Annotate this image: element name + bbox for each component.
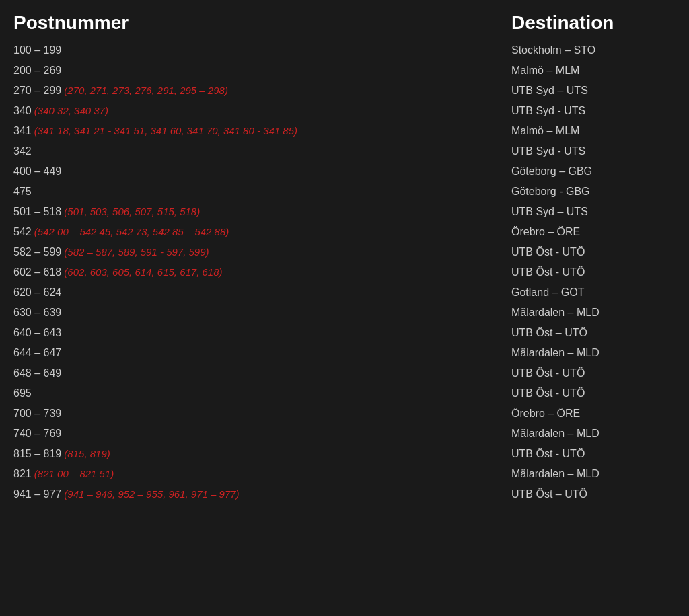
postnummer-value: 700 – 739 xyxy=(13,408,61,419)
table-row: 821 (821 00 – 821 51)Mälardalen – MLD xyxy=(13,464,676,484)
postnummer-cell: 644 – 647 xyxy=(13,347,511,359)
table-row: 342UTB Syd - UTS xyxy=(13,141,676,161)
destination-header: Destination xyxy=(511,12,676,34)
table-row: 620 – 624Gotland – GOT xyxy=(13,282,676,303)
destination-cell: Mälardalen – MLD xyxy=(511,307,676,319)
main-table: Postnummer Destination 100 – 199Stockhol… xyxy=(13,7,676,504)
postnummer-value: 501 – 518 xyxy=(13,206,61,217)
postnummer-note: (501, 503, 506, 507, 515, 518) xyxy=(61,206,200,217)
postnummer-value: 815 – 819 xyxy=(13,448,61,459)
postnummer-note: (821 00 – 821 51) xyxy=(32,468,114,479)
table-row: 941 – 977 (941 – 946, 952 – 955, 961, 97… xyxy=(13,484,676,504)
postnummer-note: (341 18, 341 21 - 341 51, 341 60, 341 70… xyxy=(32,125,297,137)
destination-cell: Göteborg - GBG xyxy=(511,186,676,198)
postnummer-cell: 542 (542 00 – 542 45, 542 73, 542 85 – 5… xyxy=(13,226,511,238)
table-row: 400 – 449Göteborg – GBG xyxy=(13,161,676,182)
postnummer-note: (542 00 – 542 45, 542 73, 542 85 – 542 8… xyxy=(32,226,229,237)
destination-cell: Gotland – GOT xyxy=(511,286,676,299)
destination-cell: Örebro – ÖRE xyxy=(511,226,676,238)
destination-cell: UTB Öst - UTÖ xyxy=(511,367,676,379)
postnummer-cell: 200 – 269 xyxy=(13,65,511,77)
table-row: 644 – 647Mälardalen – MLD xyxy=(13,343,676,363)
destination-cell: UTB Öst - UTÖ xyxy=(511,246,676,258)
destination-cell: Göteborg – GBG xyxy=(511,165,676,178)
postnummer-value: 941 – 977 xyxy=(13,488,61,500)
postnummer-header: Postnummer xyxy=(13,12,511,34)
table-row: 200 – 269Malmö – MLM xyxy=(13,61,676,81)
postnummer-value: 341 xyxy=(13,125,32,137)
postnummer-value: 340 xyxy=(13,105,32,116)
table-row: 270 – 299 (270, 271, 273, 276, 291, 295 … xyxy=(13,81,676,101)
table-row: 630 – 639Mälardalen – MLD xyxy=(13,303,676,323)
postnummer-cell: 630 – 639 xyxy=(13,307,511,319)
table-row: 100 – 199Stockholm – STO xyxy=(13,40,676,61)
table-row: 815 – 819 (815, 819)UTB Öst - UTÖ xyxy=(13,444,676,464)
postnummer-cell: 815 – 819 (815, 819) xyxy=(13,448,511,460)
destination-cell: Mälardalen – MLD xyxy=(511,347,676,359)
destination-cell: Malmö – MLM xyxy=(511,65,676,77)
table-row: 542 (542 00 – 542 45, 542 73, 542 85 – 5… xyxy=(13,222,676,242)
postnummer-value: 821 xyxy=(13,468,32,479)
table-row: 695UTB Öst - UTÖ xyxy=(13,383,676,403)
postnummer-cell: 941 – 977 (941 – 946, 952 – 955, 961, 97… xyxy=(13,488,511,500)
table-row: 475Göteborg - GBG xyxy=(13,182,676,202)
table-row: 740 – 769Mälardalen – MLD xyxy=(13,424,676,444)
postnummer-cell: 695 xyxy=(13,387,511,399)
postnummer-cell: 620 – 624 xyxy=(13,286,511,299)
postnummer-cell: 740 – 769 xyxy=(13,428,511,440)
postnummer-value: 475 xyxy=(13,186,32,197)
table-row: 341 (341 18, 341 21 - 341 51, 341 60, 34… xyxy=(13,121,676,141)
postnummer-cell: 100 – 199 xyxy=(13,44,511,56)
postnummer-cell: 400 – 449 xyxy=(13,165,511,178)
postnummer-note: (602, 603, 605, 614, 615, 617, 618) xyxy=(61,266,222,278)
postnummer-value: 100 – 199 xyxy=(13,44,61,56)
postnummer-cell: 340 (340 32, 340 37) xyxy=(13,105,511,117)
table-row: 501 – 518 (501, 503, 506, 507, 515, 518)… xyxy=(13,202,676,222)
postnummer-value: 644 – 647 xyxy=(13,347,61,358)
postnummer-value: 648 – 649 xyxy=(13,367,61,379)
table-row: 700 – 739Örebro – ÖRE xyxy=(13,403,676,424)
postnummer-value: 695 xyxy=(13,387,32,399)
destination-cell: Örebro – ÖRE xyxy=(511,408,676,420)
table-row: 582 – 599 (582 – 587, 589, 591 - 597, 59… xyxy=(13,242,676,262)
postnummer-cell: 700 – 739 xyxy=(13,408,511,420)
table-row: 640 – 643UTB Öst – UTÖ xyxy=(13,323,676,343)
destination-cell: Stockholm – STO xyxy=(511,44,676,56)
postnummer-note: (941 – 946, 952 – 955, 961, 971 – 977) xyxy=(61,488,239,500)
destination-cell: UTB Öst - UTÖ xyxy=(511,448,676,460)
destination-cell: UTB Öst – UTÖ xyxy=(511,488,676,500)
destination-cell: Mälardalen – MLD xyxy=(511,428,676,440)
destination-cell: UTB Öst - UTÖ xyxy=(511,266,676,278)
postnummer-value: 542 xyxy=(13,226,32,237)
postnummer-cell: 341 (341 18, 341 21 - 341 51, 341 60, 34… xyxy=(13,125,511,137)
postnummer-value: 200 – 269 xyxy=(13,65,61,76)
postnummer-value: 740 – 769 xyxy=(13,428,61,439)
postnummer-value: 630 – 639 xyxy=(13,307,61,318)
postnummer-cell: 648 – 649 xyxy=(13,367,511,379)
postnummer-cell: 582 – 599 (582 – 587, 589, 591 - 597, 59… xyxy=(13,246,511,258)
destination-cell: UTB Öst – UTÖ xyxy=(511,327,676,339)
destination-cell: UTB Syd - UTS xyxy=(511,145,676,157)
postnummer-value: 582 – 599 xyxy=(13,246,61,258)
table-row: 602 – 618 (602, 603, 605, 614, 615, 617,… xyxy=(13,262,676,282)
postnummer-cell: 342 xyxy=(13,145,511,157)
postnummer-note: (340 32, 340 37) xyxy=(32,105,108,116)
destination-cell: Malmö – MLM xyxy=(511,125,676,137)
postnummer-value: 270 – 299 xyxy=(13,85,61,96)
destination-cell: UTB Syd – UTS xyxy=(511,85,676,97)
postnummer-value: 400 – 449 xyxy=(13,165,61,177)
destination-cell: UTB Öst - UTÖ xyxy=(511,387,676,399)
destination-cell: Mälardalen – MLD xyxy=(511,468,676,480)
postnummer-cell: 270 – 299 (270, 271, 273, 276, 291, 295 … xyxy=(13,85,511,97)
postnummer-cell: 821 (821 00 – 821 51) xyxy=(13,468,511,480)
postnummer-value: 602 – 618 xyxy=(13,266,61,278)
postnummer-note: (582 – 587, 589, 591 - 597, 599) xyxy=(61,246,209,258)
table-row: 340 (340 32, 340 37)UTB Syd - UTS xyxy=(13,101,676,121)
postnummer-cell: 602 – 618 (602, 603, 605, 614, 615, 617,… xyxy=(13,266,511,278)
postnummer-value: 620 – 624 xyxy=(13,286,61,298)
destination-cell: UTB Syd - UTS xyxy=(511,105,676,117)
table-header: Postnummer Destination xyxy=(13,7,676,40)
table-body: 100 – 199Stockholm – STO200 – 269Malmö –… xyxy=(13,40,676,504)
destination-cell: UTB Syd – UTS xyxy=(511,206,676,218)
postnummer-value: 640 – 643 xyxy=(13,327,61,338)
